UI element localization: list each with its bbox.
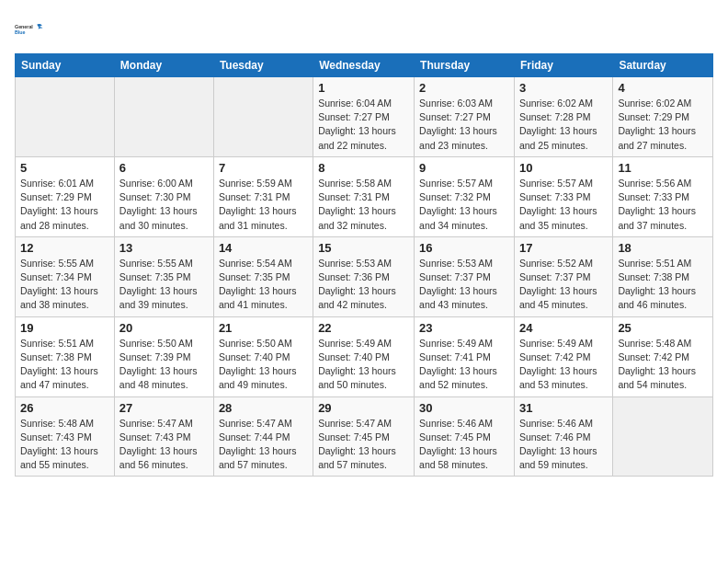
day-number: 5 xyxy=(20,161,109,175)
calendar-table: SundayMondayTuesdayWednesdayThursdayFrid… xyxy=(15,53,713,477)
calendar-cell: 6Sunrise: 6:00 AMSunset: 7:30 PMDaylight… xyxy=(114,156,213,236)
day-info: Sunrise: 5:48 AMSunset: 7:43 PMDaylight:… xyxy=(20,417,109,473)
day-number: 28 xyxy=(219,401,308,415)
day-info: Sunrise: 5:47 AMSunset: 7:45 PMDaylight:… xyxy=(318,417,409,473)
day-info: Sunrise: 5:53 AMSunset: 7:36 PMDaylight:… xyxy=(318,257,409,313)
day-number: 12 xyxy=(20,241,109,255)
calendar-cell: 11Sunrise: 5:56 AMSunset: 7:33 PMDayligh… xyxy=(613,156,713,236)
calendar-cell: 29Sunrise: 5:47 AMSunset: 7:45 PMDayligh… xyxy=(313,396,415,477)
logo: GeneralBlue xyxy=(15,15,44,44)
calendar-cell: 22Sunrise: 5:49 AMSunset: 7:40 PMDayligh… xyxy=(313,316,415,396)
day-info: Sunrise: 5:57 AMSunset: 7:32 PMDaylight:… xyxy=(419,177,509,233)
calendar-cell xyxy=(213,77,313,157)
calendar-week-row: 12Sunrise: 5:55 AMSunset: 7:34 PMDayligh… xyxy=(16,236,713,316)
calendar-week-row: 5Sunrise: 6:01 AMSunset: 7:29 PMDaylight… xyxy=(16,156,713,236)
day-info: Sunrise: 5:51 AMSunset: 7:38 PMDaylight:… xyxy=(20,337,109,393)
day-number: 16 xyxy=(419,241,509,255)
calendar-cell: 23Sunrise: 5:49 AMSunset: 7:41 PMDayligh… xyxy=(415,316,515,396)
calendar-cell: 4Sunrise: 6:02 AMSunset: 7:29 PMDaylight… xyxy=(613,77,713,157)
day-info: Sunrise: 5:47 AMSunset: 7:44 PMDaylight:… xyxy=(219,417,308,473)
calendar-cell: 25Sunrise: 5:48 AMSunset: 7:42 PMDayligh… xyxy=(613,316,713,396)
calendar-cell: 15Sunrise: 5:53 AMSunset: 7:36 PMDayligh… xyxy=(313,236,415,316)
calendar-cell: 28Sunrise: 5:47 AMSunset: 7:44 PMDayligh… xyxy=(213,396,313,477)
calendar-cell: 2Sunrise: 6:03 AMSunset: 7:27 PMDaylight… xyxy=(415,77,515,157)
calendar-cell: 3Sunrise: 6:02 AMSunset: 7:28 PMDaylight… xyxy=(514,77,612,157)
day-info: Sunrise: 6:04 AMSunset: 7:27 PMDaylight:… xyxy=(318,97,409,153)
day-info: Sunrise: 6:02 AMSunset: 7:28 PMDaylight:… xyxy=(519,97,608,153)
day-info: Sunrise: 5:54 AMSunset: 7:35 PMDaylight:… xyxy=(219,257,308,313)
day-number: 27 xyxy=(119,401,209,415)
calendar-cell: 30Sunrise: 5:46 AMSunset: 7:45 PMDayligh… xyxy=(415,396,515,477)
day-number: 1 xyxy=(318,81,409,95)
weekday-header-tuesday: Tuesday xyxy=(213,54,313,77)
day-info: Sunrise: 5:46 AMSunset: 7:46 PMDaylight:… xyxy=(519,417,608,473)
day-number: 3 xyxy=(519,81,608,95)
calendar-cell: 24Sunrise: 5:49 AMSunset: 7:42 PMDayligh… xyxy=(514,316,612,396)
calendar-cell: 7Sunrise: 5:59 AMSunset: 7:31 PMDaylight… xyxy=(213,156,313,236)
day-number: 10 xyxy=(519,161,608,175)
calendar-cell: 1Sunrise: 6:04 AMSunset: 7:27 PMDaylight… xyxy=(313,77,415,157)
day-info: Sunrise: 6:03 AMSunset: 7:27 PMDaylight:… xyxy=(419,97,509,153)
day-number: 29 xyxy=(318,401,409,415)
calendar-cell: 12Sunrise: 5:55 AMSunset: 7:34 PMDayligh… xyxy=(16,236,115,316)
day-number: 14 xyxy=(219,241,308,255)
day-number: 31 xyxy=(519,401,608,415)
day-number: 18 xyxy=(618,241,708,255)
day-number: 25 xyxy=(618,321,708,335)
calendar-cell: 10Sunrise: 5:57 AMSunset: 7:33 PMDayligh… xyxy=(514,156,612,236)
day-number: 4 xyxy=(618,81,708,95)
day-info: Sunrise: 5:59 AMSunset: 7:31 PMDaylight:… xyxy=(219,177,308,233)
day-number: 19 xyxy=(20,321,109,335)
svg-text:General: General xyxy=(15,24,33,29)
calendar-week-row: 1Sunrise: 6:04 AMSunset: 7:27 PMDaylight… xyxy=(16,77,713,157)
day-info: Sunrise: 5:56 AMSunset: 7:33 PMDaylight:… xyxy=(618,177,708,233)
day-info: Sunrise: 5:51 AMSunset: 7:38 PMDaylight:… xyxy=(618,257,708,313)
day-number: 21 xyxy=(219,321,308,335)
calendar-cell: 20Sunrise: 5:50 AMSunset: 7:39 PMDayligh… xyxy=(114,316,213,396)
weekday-header-thursday: Thursday xyxy=(415,54,515,77)
day-info: Sunrise: 5:58 AMSunset: 7:31 PMDaylight:… xyxy=(318,177,409,233)
weekday-header-row: SundayMondayTuesdayWednesdayThursdayFrid… xyxy=(16,54,713,77)
calendar-week-row: 19Sunrise: 5:51 AMSunset: 7:38 PMDayligh… xyxy=(16,316,713,396)
calendar-cell: 13Sunrise: 5:55 AMSunset: 7:35 PMDayligh… xyxy=(114,236,213,316)
calendar-cell: 8Sunrise: 5:58 AMSunset: 7:31 PMDaylight… xyxy=(313,156,415,236)
calendar-cell: 19Sunrise: 5:51 AMSunset: 7:38 PMDayligh… xyxy=(16,316,115,396)
calendar-cell: 21Sunrise: 5:50 AMSunset: 7:40 PMDayligh… xyxy=(213,316,313,396)
logo-icon: GeneralBlue xyxy=(15,15,44,44)
day-info: Sunrise: 6:01 AMSunset: 7:29 PMDaylight:… xyxy=(20,177,109,233)
calendar-cell xyxy=(114,77,213,157)
day-number: 9 xyxy=(419,161,509,175)
day-info: Sunrise: 5:48 AMSunset: 7:42 PMDaylight:… xyxy=(618,337,708,393)
calendar-week-row: 26Sunrise: 5:48 AMSunset: 7:43 PMDayligh… xyxy=(16,396,713,477)
day-number: 6 xyxy=(119,161,209,175)
calendar-cell xyxy=(16,77,115,157)
day-number: 11 xyxy=(618,161,708,175)
day-number: 20 xyxy=(119,321,209,335)
calendar-cell: 26Sunrise: 5:48 AMSunset: 7:43 PMDayligh… xyxy=(16,396,115,477)
day-number: 26 xyxy=(20,401,109,415)
page-header: GeneralBlue xyxy=(15,15,713,44)
weekday-header-sunday: Sunday xyxy=(16,54,115,77)
day-info: Sunrise: 6:00 AMSunset: 7:30 PMDaylight:… xyxy=(119,177,209,233)
weekday-header-saturday: Saturday xyxy=(613,54,713,77)
day-info: Sunrise: 5:46 AMSunset: 7:45 PMDaylight:… xyxy=(419,417,509,473)
day-info: Sunrise: 5:57 AMSunset: 7:33 PMDaylight:… xyxy=(519,177,608,233)
day-number: 7 xyxy=(219,161,308,175)
day-info: Sunrise: 5:55 AMSunset: 7:35 PMDaylight:… xyxy=(119,257,209,313)
calendar-cell: 9Sunrise: 5:57 AMSunset: 7:32 PMDaylight… xyxy=(415,156,515,236)
svg-text:Blue: Blue xyxy=(15,29,26,35)
day-info: Sunrise: 5:49 AMSunset: 7:42 PMDaylight:… xyxy=(519,337,608,393)
day-number: 23 xyxy=(419,321,509,335)
day-info: Sunrise: 5:50 AMSunset: 7:40 PMDaylight:… xyxy=(219,337,308,393)
day-info: Sunrise: 5:49 AMSunset: 7:40 PMDaylight:… xyxy=(318,337,409,393)
day-info: Sunrise: 6:02 AMSunset: 7:29 PMDaylight:… xyxy=(618,97,708,153)
day-number: 30 xyxy=(419,401,509,415)
day-info: Sunrise: 5:52 AMSunset: 7:37 PMDaylight:… xyxy=(519,257,608,313)
day-number: 22 xyxy=(318,321,409,335)
weekday-header-friday: Friday xyxy=(514,54,612,77)
calendar-cell: 5Sunrise: 6:01 AMSunset: 7:29 PMDaylight… xyxy=(16,156,115,236)
weekday-header-wednesday: Wednesday xyxy=(313,54,415,77)
day-number: 2 xyxy=(419,81,509,95)
day-info: Sunrise: 5:53 AMSunset: 7:37 PMDaylight:… xyxy=(419,257,509,313)
weekday-header-monday: Monday xyxy=(114,54,213,77)
